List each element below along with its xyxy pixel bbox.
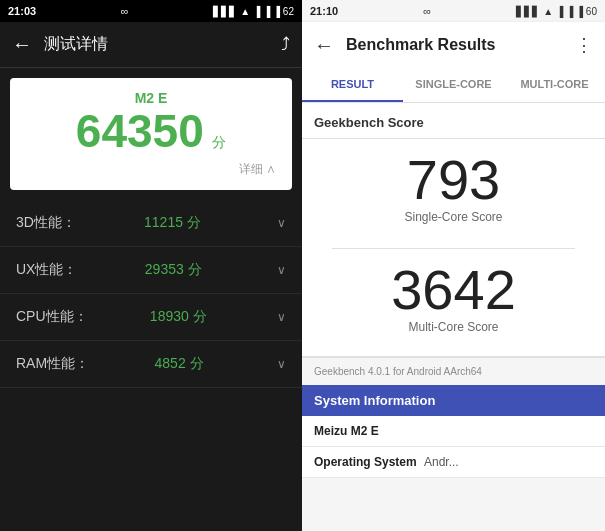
geekbench-header: Geekbench Score [302,107,605,139]
stat-value-3d: 11215 分 [144,214,201,232]
left-battery-icons: ▋▋▋ ▲ ▐ ▐ ▐ 62 [213,6,294,17]
multi-core-container: 3642 Multi-Core Score [302,253,605,357]
share-icon[interactable]: ⤴ [281,34,290,55]
scores-section: Geekbench Score 793 Single-Core Score 36… [302,103,605,357]
left-battery-icon: ▐ ▐ ▐ 62 [253,6,294,17]
sys-info-device-label: Meizu M2 E [314,424,424,438]
stat-label-cpu: CPU性能： [16,308,88,326]
right-battery-icons: ▋▋▋ ▲ ▐ ▐ ▐ 60 [516,6,597,17]
back-button-left[interactable]: ← [12,33,32,56]
right-battery-icon: ▐ ▐ ▐ 60 [556,6,597,17]
stat-label-3d: 3D性能： [16,214,76,232]
stat-row-ram: RAM性能： 4852 分 ∨ [0,341,302,388]
stat-value-ux: 29353 分 [145,261,202,279]
right-extra-icon: ∞ [423,5,431,17]
left-panel: 21:03 ∞ ▋▋▋ ▲ ▐ ▐ ▐ 62 ← 测试详情 ⤴ M2 E 643… [0,0,302,531]
score-unit: 分 [212,134,226,150]
chevron-icon-3d: ∨ [277,216,286,230]
left-extra-icon: ∞ [121,5,129,17]
stat-label-ram: RAM性能： [16,355,89,373]
chevron-icon-ram: ∨ [277,357,286,371]
stat-row-3d: 3D性能： 11215 分 ∨ [0,200,302,247]
right-signal-icon: ▋▋▋ [516,6,540,17]
left-signal-icon: ▋▋▋ [213,6,237,17]
right-wifi-icon: ▲ [543,6,553,17]
more-icon[interactable]: ⋮ [575,34,593,56]
multi-core-label: Multi-Core Score [408,320,498,334]
tab-result[interactable]: RESULT [302,68,403,102]
footer-note: Geekbench 4.0.1 for Android AArch64 [302,357,605,385]
divider [332,248,574,249]
sys-info-os-label: Operating System [314,455,424,469]
single-core-score: 793 [407,151,500,210]
status-bar-right: 21:10 ∞ ▋▋▋ ▲ ▐ ▐ ▐ 60 [302,0,605,22]
right-time: 21:10 [310,5,338,17]
single-core-container: 793 Single-Core Score [302,139,605,244]
chevron-icon-ux: ∨ [277,263,286,277]
top-nav-right: ← Benchmark Results ⋮ [302,22,605,68]
left-wifi-icon: ▲ [240,6,250,17]
multi-core-score: 3642 [391,261,516,320]
tab-bar: RESULT SINGLE-CORE MULTI-CORE [302,68,605,103]
chevron-icon-cpu: ∨ [277,310,286,324]
sys-info-header: System Information [302,385,605,416]
main-score-row: 64350 分 [76,106,226,157]
sys-info-row-device: Meizu M2 E [302,416,605,447]
device-name: M2 E [135,90,168,106]
sys-info-row-os: Operating System Andr... [302,447,605,478]
stat-label-ux: UX性能： [16,261,77,279]
detail-link[interactable]: 详细 ∧ [239,161,276,178]
tab-multi-core[interactable]: MULTI-CORE [504,68,605,102]
left-time: 21:03 [8,5,36,17]
stat-row-cpu: CPU性能： 18930 分 ∨ [0,294,302,341]
right-nav-title: Benchmark Results [346,36,575,54]
status-bar-left: 21:03 ∞ ▋▋▋ ▲ ▐ ▐ ▐ 62 [0,0,302,22]
right-panel: 21:10 ∞ ▋▋▋ ▲ ▐ ▐ ▐ 60 ← Benchmark Resul… [302,0,605,531]
main-score: 64350 [76,105,204,157]
tab-single-core[interactable]: SINGLE-CORE [403,68,504,102]
top-nav-left: ← 测试详情 ⤴ [0,22,302,68]
back-button-right[interactable]: ← [314,34,334,57]
sys-info-os-value: Andr... [424,455,459,469]
stat-value-cpu: 18930 分 [150,308,207,326]
stat-row-ux: UX性能： 29353 分 ∨ [0,247,302,294]
single-core-label: Single-Core Score [404,210,502,224]
stat-value-ram: 4852 分 [155,355,204,373]
score-card: M2 E 64350 分 详细 ∧ [10,78,292,190]
left-nav-title: 测试详情 [44,34,281,55]
